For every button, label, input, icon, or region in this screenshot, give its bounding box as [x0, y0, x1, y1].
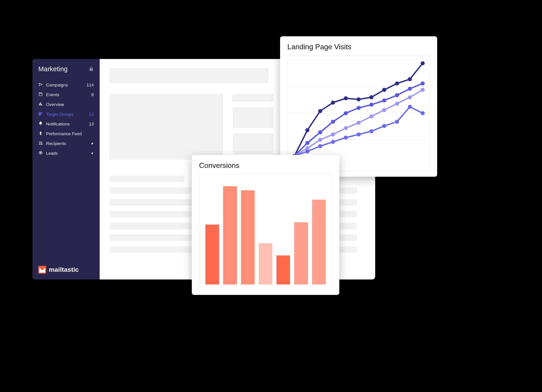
svg-point-16 — [305, 128, 309, 132]
svg-point-27 — [305, 141, 309, 145]
bar — [223, 186, 237, 285]
svg-point-52 — [344, 136, 348, 140]
sidebar-item-performance-feed[interactable]: Performance Feed — [33, 129, 100, 139]
sidebar-title: Marketing — [38, 65, 68, 73]
svg-point-33 — [382, 98, 386, 102]
placeholder-hero — [110, 94, 223, 160]
lock-icon — [89, 66, 94, 72]
svg-point-46 — [408, 95, 412, 99]
svg-point-35 — [408, 87, 412, 91]
chevron-down-icon: ▼ — [91, 151, 94, 155]
svg-point-6 — [39, 142, 40, 143]
arrow-up-icon — [38, 131, 43, 137]
sidebar-item-recipients[interactable]: Recipients ▼ — [33, 139, 100, 148]
svg-point-57 — [408, 105, 412, 109]
svg-point-47 — [421, 88, 425, 92]
placeholder-block — [233, 133, 273, 154]
svg-point-23 — [395, 81, 399, 86]
sidebar-item-campaigns[interactable]: Campaigns 114 — [33, 80, 100, 90]
svg-point-45 — [395, 102, 399, 106]
sidebar-nav: Campaigns 114 Events 8 Overview Target G… — [33, 77, 100, 158]
sidebar-item-leads[interactable]: Leads ▼ — [33, 148, 100, 158]
sidebar-item-count: 13 — [89, 122, 94, 127]
bar — [276, 255, 290, 285]
card-title: Conversions — [199, 161, 332, 170]
card-title: Landing Page Visits — [287, 43, 430, 51]
svg-rect-4 — [39, 114, 41, 114]
svg-point-42 — [357, 121, 361, 125]
svg-rect-0 — [39, 103, 40, 105]
chevron-down-icon: ▼ — [91, 142, 94, 145]
svg-point-29 — [331, 120, 335, 124]
sidebar-item-label: Events — [46, 92, 88, 97]
placeholder-block — [233, 107, 273, 128]
placeholder-title — [110, 68, 269, 83]
bar — [206, 225, 219, 285]
sidebar-header: Marketing — [33, 65, 100, 77]
calendar-icon — [38, 92, 43, 97]
sidebar-item-events[interactable]: Events 8 — [33, 90, 100, 100]
svg-point-21 — [369, 95, 373, 99]
sidebar-item-count: 114 — [87, 83, 94, 88]
people-icon — [38, 141, 43, 146]
sidebar-item-label: Leads — [46, 151, 87, 156]
svg-point-54 — [369, 129, 373, 133]
svg-point-9 — [40, 152, 41, 153]
svg-point-7 — [41, 142, 42, 143]
sidebar-item-label: Target Groups — [46, 112, 86, 117]
svg-point-56 — [395, 120, 399, 124]
sidebar-item-label: Notifications — [46, 122, 86, 127]
bar — [294, 222, 308, 285]
sidebar-item-notifications[interactable]: Notifications 13 — [33, 119, 100, 129]
svg-point-51 — [331, 140, 335, 144]
sidebar-item-count: 8 — [91, 92, 94, 97]
svg-point-19 — [344, 97, 348, 101]
target-icon — [38, 111, 43, 117]
svg-point-31 — [357, 106, 361, 110]
svg-rect-5 — [39, 115, 41, 115]
svg-point-53 — [357, 133, 361, 137]
sidebar-item-overview[interactable]: Overview — [33, 100, 100, 109]
sidebar-item-count: 13 — [89, 112, 94, 117]
sidebar-item-label: Recipients — [46, 141, 87, 146]
svg-point-43 — [369, 114, 373, 118]
sidebar-item-label: Overview — [46, 102, 94, 107]
sidebar-item-label: Performance Feed — [46, 131, 94, 136]
svg-point-20 — [357, 97, 361, 101]
brand-logo-icon — [38, 266, 46, 274]
paper-plane-icon — [38, 82, 43, 88]
svg-point-22 — [382, 88, 386, 92]
svg-point-18 — [331, 101, 335, 105]
svg-rect-1 — [40, 102, 41, 105]
svg-point-39 — [318, 138, 322, 142]
svg-point-58 — [421, 111, 425, 115]
svg-point-30 — [344, 111, 348, 115]
svg-point-17 — [318, 109, 322, 113]
svg-point-41 — [344, 126, 348, 130]
sidebar: Marketing Campaigns 114 Events 8 Overvie… — [33, 59, 100, 279]
placeholder-line — [110, 176, 184, 182]
svg-point-50 — [318, 144, 322, 148]
card-conversions: Conversions — [192, 155, 339, 295]
svg-point-32 — [369, 103, 373, 107]
svg-point-34 — [395, 93, 399, 97]
placeholder-block — [233, 94, 273, 102]
svg-point-24 — [408, 77, 412, 81]
svg-point-55 — [382, 124, 386, 128]
sidebar-item-target-groups[interactable]: Target Groups 13 — [33, 109, 100, 119]
bar-chart — [199, 174, 332, 290]
bar — [312, 200, 326, 285]
target2-icon — [38, 150, 43, 156]
svg-rect-2 — [41, 104, 42, 106]
svg-point-40 — [331, 133, 335, 137]
svg-point-49 — [305, 150, 309, 154]
line-chart — [287, 55, 430, 171]
bars-icon — [38, 102, 43, 107]
bell-icon — [38, 121, 43, 127]
brand: mailtastic — [38, 266, 79, 274]
sidebar-item-label: Campaigns — [46, 83, 83, 88]
bar — [259, 243, 272, 285]
svg-point-36 — [421, 81, 425, 86]
bar — [241, 190, 255, 285]
brand-name: mailtastic — [49, 266, 79, 273]
